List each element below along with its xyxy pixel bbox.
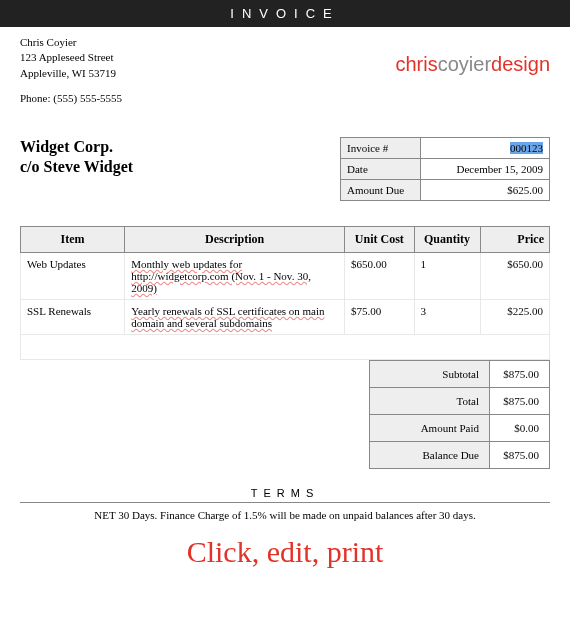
item-cost[interactable]: $75.00 (345, 299, 414, 334)
table-row[interactable]: Web Updates Monthly web updates for http… (21, 252, 550, 299)
balance-value: $875.00 (490, 441, 550, 468)
item-qty[interactable]: 3 (414, 299, 480, 334)
item-desc[interactable]: Yearly renewals of SSL certificates on m… (125, 299, 345, 334)
totals-table: Subtotal$875.00 Total$875.00 Amount Paid… (369, 360, 550, 469)
item-name[interactable]: Web Updates (21, 252, 125, 299)
top-section: Chris Coyier 123 Appleseed Street Applev… (0, 27, 570, 117)
logo-part3: design (491, 53, 550, 75)
terms-text[interactable]: NET 30 Days. Finance Charge of 1.5% will… (0, 503, 570, 527)
items-table: Item Description Unit Cost Quantity Pric… (20, 226, 550, 360)
date-label: Date (341, 158, 421, 179)
from-phone: Phone: (555) 555-5555 (20, 91, 122, 106)
item-desc[interactable]: Monthly web updates for http://widgetcor… (125, 252, 345, 299)
client-info[interactable]: Widget Corp. c/o Steve Widget (20, 137, 133, 179)
amount-due-value[interactable]: $625.00 (421, 179, 550, 200)
invoice-num-value[interactable]: 000123 (421, 137, 550, 158)
client-line2: c/o Steve Widget (20, 157, 133, 178)
item-qty[interactable]: 1 (414, 252, 480, 299)
blank-row (21, 334, 550, 359)
total-label: Total (370, 387, 490, 414)
logo-part1: chris (395, 53, 437, 75)
item-name[interactable]: SSL Renewals (21, 299, 125, 334)
item-cost[interactable]: $650.00 (345, 252, 414, 299)
logo: chriscoyierdesign (395, 53, 550, 107)
from-street: 123 Appleseed Street (20, 50, 122, 65)
tagline: Click, edit, print (0, 535, 570, 569)
from-name: Chris Coyier (20, 35, 122, 50)
item-price: $225.00 (480, 299, 549, 334)
client-line1: Widget Corp. (20, 137, 133, 158)
logo-part2: coyier (438, 53, 491, 75)
date-value[interactable]: December 15, 2009 (421, 158, 550, 179)
from-city: Appleville, WI 53719 (20, 66, 122, 81)
amount-due-label: Amount Due (341, 179, 421, 200)
col-price-header: Price (480, 226, 549, 252)
balance-label: Balance Due (370, 441, 490, 468)
item-price: $650.00 (480, 252, 549, 299)
invoice-header-bar: INVOICE (0, 0, 570, 27)
col-desc-header: Description (125, 226, 345, 252)
col-item-header: Item (21, 226, 125, 252)
subtotal-label: Subtotal (370, 360, 490, 387)
meta-table: Invoice # 000123 Date December 15, 2009 … (340, 137, 550, 201)
paid-label: Amount Paid (370, 414, 490, 441)
total-value: $875.00 (490, 387, 550, 414)
from-address[interactable]: Chris Coyier 123 Appleseed Street Applev… (20, 35, 122, 107)
subtotal-value: $875.00 (490, 360, 550, 387)
table-row[interactable]: SSL Renewals Yearly renewals of SSL cert… (21, 299, 550, 334)
col-cost-header: Unit Cost (345, 226, 414, 252)
col-qty-header: Quantity (414, 226, 480, 252)
paid-value[interactable]: $0.00 (490, 414, 550, 441)
invoice-num-label: Invoice # (341, 137, 421, 158)
mid-section: Widget Corp. c/o Steve Widget Invoice # … (0, 117, 570, 211)
terms-header: TERMS (20, 487, 550, 503)
